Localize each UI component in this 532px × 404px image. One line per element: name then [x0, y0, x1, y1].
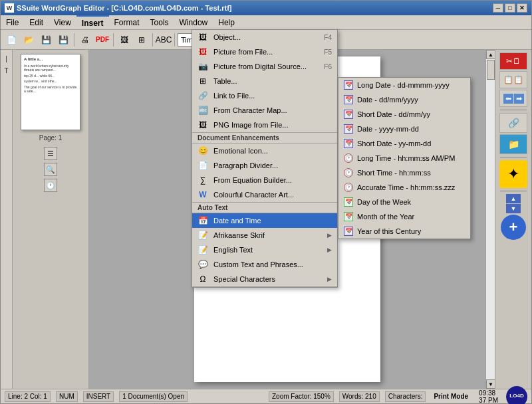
dt-cal-icon-4: 📅 — [344, 124, 353, 134]
rt-icon-link[interactable]: 🔗 — [499, 113, 527, 133]
paragraph-divider-icon: 📄 — [198, 160, 208, 171]
rt-nav-down[interactable]: ▼ — [506, 204, 521, 213]
save-button[interactable]: 💾 — [38, 32, 54, 48]
dt-cal-icon-2: 📅 — [344, 95, 353, 104]
rt-icon-highlight[interactable]: ✦ — [499, 160, 527, 188]
thumbnail-view-icon[interactable]: ☰ — [44, 147, 57, 160]
zoom-out-icon[interactable]: 🕐 — [44, 179, 57, 192]
save-as-button[interactable]: 💾 — [55, 32, 71, 48]
custom-text-label: Custom Text and Phrases... — [213, 260, 332, 268]
insert-special-chars-item[interactable]: Ω Special Characters ▶ — [192, 272, 337, 286]
afrikaans-label: Afrikaanse Skrif — [213, 231, 322, 239]
dt-short-date-yy[interactable]: 📅 Short Date - yy-mm-dd — [338, 136, 470, 151]
char-art-icon: W — [198, 189, 208, 200]
dt-year-of-century[interactable]: 📅 Year of this Century — [338, 224, 470, 239]
dt-cal-icon-3: 📅 — [344, 110, 353, 119]
dt-clk-icon-2: 🕐 — [344, 168, 353, 177]
open-button[interactable]: 📂 — [21, 32, 37, 48]
insert-object-item[interactable]: 🖼 Object... F4 — [192, 30, 337, 45]
vertical-scrollbar[interactable]: ▲ ▼ — [485, 50, 495, 389]
menu-tools[interactable]: Tools — [145, 15, 174, 29]
menu-view[interactable]: View — [49, 15, 76, 29]
dt-date-yyyymmdd-label: Date - yyyy-mm-dd — [357, 125, 419, 133]
restore-button[interactable]: □ — [505, 3, 515, 13]
insert-afrikaans-item[interactable]: 📝 Afrikaanse Skrif ▶ — [192, 228, 337, 243]
table-label: Table... — [213, 77, 332, 85]
insert-picture-file-item[interactable]: 🖼 Picture from File... F5 — [192, 45, 337, 59]
insert-picture-digital-item[interactable]: 📷 Picture from Digital Source... F6 — [192, 59, 337, 74]
picture-button[interactable]: 🖼 — [116, 32, 132, 48]
insert-charmap-item[interactable]: 🔤 From Character Map... — [192, 103, 337, 118]
char-art-label: Colourful Character Art... — [213, 191, 332, 199]
scroll-thumb[interactable] — [487, 60, 495, 80]
dt-short-date-label: Short Date - dd/mm/yy — [357, 110, 430, 118]
scroll-track[interactable] — [486, 59, 495, 379]
rt-nav-up[interactable]: ▲ — [506, 194, 521, 203]
insert-link-item[interactable]: 🔗 Link to File... — [192, 88, 337, 103]
title-bar-controls[interactable]: ─ □ ✕ — [493, 3, 527, 13]
link-label: Link to File... — [213, 92, 332, 100]
insert-char-art-item[interactable]: W Colourful Character Art... — [192, 187, 337, 202]
insert-autotext-section: Auto Text 📅 Date and Time 📝 Afrikaanse S… — [192, 203, 337, 287]
insert-table-item[interactable]: ⊞ Table... — [192, 74, 337, 88]
autotext-label: Auto Text — [192, 203, 337, 213]
menu-insert[interactable]: Insert — [76, 15, 109, 29]
insert-emotional-icon-item[interactable]: 😊 Emotional Icon... — [192, 144, 337, 158]
scroll-up-button[interactable]: ▲ — [486, 50, 495, 59]
dt-month-of-year[interactable]: 📅 Month of the Year — [338, 209, 470, 224]
rt-icon-1[interactable]: ✂🗒 — [499, 52, 527, 70]
object-shortcut: F4 — [324, 34, 332, 41]
table-button[interactable]: ⊞ — [134, 32, 150, 48]
rt-icon-3[interactable]: ⬅ ➡ — [499, 90, 527, 107]
dt-long-time[interactable]: 🕐 Long Time - hh:mm:ss AM/PM — [338, 151, 470, 165]
sidebar-icon-group: ☰ 🔍 🕐 — [44, 147, 57, 192]
special-chars-arrow: ▶ — [327, 276, 332, 282]
special-chars-label: Special Characters — [213, 275, 322, 283]
zoom-in-icon[interactable]: 🔍 — [44, 163, 57, 176]
table-icon: ⊞ — [198, 76, 208, 86]
picture-file-label: Picture from File... — [213, 48, 319, 56]
new-button[interactable]: 📄 — [3, 32, 19, 48]
spellcheck-button[interactable]: ABC — [156, 32, 172, 48]
rt-add-button[interactable]: + — [501, 215, 526, 240]
menu-edit[interactable]: Edit — [24, 15, 49, 29]
menu-help[interactable]: Help — [213, 15, 240, 29]
dt-date-ddmmyyyy-label: Date - dd/mm/yyyy — [357, 96, 418, 104]
dt-long-date[interactable]: 📅 Long Date - dd-mmmm-yyyy — [338, 78, 470, 92]
afrikaans-arrow: ▶ — [327, 232, 332, 239]
rt-sep-2 — [500, 157, 527, 157]
scroll-down-button[interactable]: ▼ — [486, 379, 495, 389]
insert-datetime-item[interactable]: 📅 Date and Time — [192, 213, 337, 228]
print-button[interactable]: 🖨 — [77, 32, 93, 48]
menu-file[interactable]: File — [1, 15, 24, 29]
insert-equation-item[interactable]: ∑ From Equation Builder... — [192, 173, 337, 187]
menu-format[interactable]: Format — [109, 15, 145, 29]
close-button[interactable]: ✕ — [517, 3, 527, 13]
minimize-button[interactable]: ─ — [493, 3, 503, 13]
insert-custom-text-item[interactable]: 💬 Custom Text and Phrases... — [192, 257, 337, 272]
dt-short-time[interactable]: 🕐 Short Time - hh:mm:ss — [338, 165, 470, 180]
status-insert-mode: INSERT — [83, 391, 114, 402]
menu-window[interactable]: Window — [174, 15, 213, 29]
dt-long-date-label: Long Date - dd-mmmm-yyyy — [357, 81, 450, 89]
left-icon-1: | — [2, 54, 11, 63]
insert-menu-dropdown: 🖼 Object... F4 🖼 Picture from File... F5… — [192, 29, 338, 288]
insert-png-item[interactable]: 🖼 PNG Image from File... — [192, 118, 337, 132]
insert-paragraph-divider-item[interactable]: 📄 Paragraph Divider... — [192, 158, 337, 173]
dt-short-date[interactable]: 📅 Short Date - dd/mm/yy — [338, 107, 470, 122]
insert-english-text-item[interactable]: 📝 English Text ▶ — [192, 243, 337, 257]
dt-accurate-time[interactable]: 🕐 Accurate Time - hh:mm:ss.zzz — [338, 180, 470, 195]
dt-cal-icon-5: 📅 — [344, 139, 353, 148]
dt-short-time-label: Short Time - hh:mm:ss — [357, 169, 431, 177]
status-time: 09:38 37 PM — [479, 389, 498, 404]
pdf-button[interactable]: PDF — [94, 32, 110, 48]
page-thumbnail-1[interactable]: A little a... In a world where cybersecu… — [21, 54, 80, 130]
dt-date-yyyymmdd[interactable]: 📅 Date - yyyy-mm-dd — [338, 122, 470, 136]
rt-icon-2[interactable]: 📋📋 — [499, 71, 527, 88]
dt-day-icon-2: 📅 — [344, 212, 353, 221]
status-time-value: 09:38 — [479, 389, 495, 397]
dt-day-of-week[interactable]: 📅 Day of the Week — [338, 195, 470, 209]
dt-date-ddmmyyyy[interactable]: 📅 Date - dd/mm/yyyy — [338, 92, 470, 107]
rt-nav-group: ▲ ▼ — [506, 194, 521, 213]
rt-icon-folder[interactable]: 📁 — [499, 134, 527, 154]
